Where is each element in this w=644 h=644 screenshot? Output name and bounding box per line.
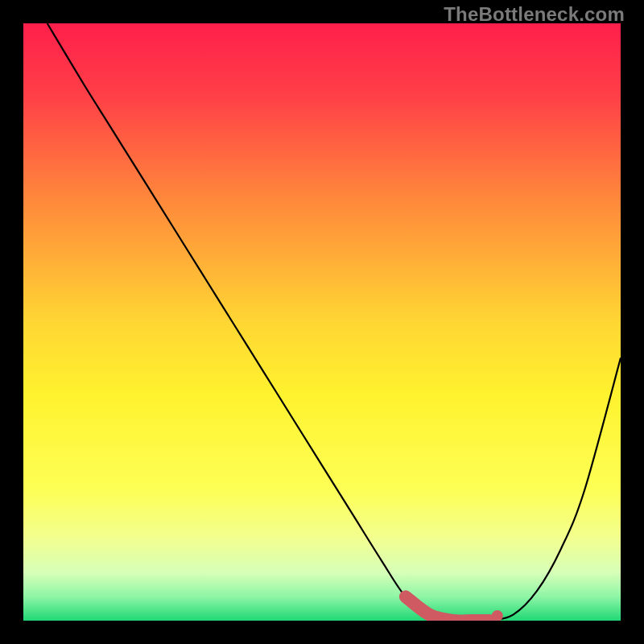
bottleneck-chart xyxy=(23,23,621,621)
plot-area xyxy=(23,23,621,621)
chart-frame: TheBottleneck.com xyxy=(0,0,644,644)
watermark-text: TheBottleneck.com xyxy=(444,3,625,26)
gradient-background xyxy=(23,23,621,621)
